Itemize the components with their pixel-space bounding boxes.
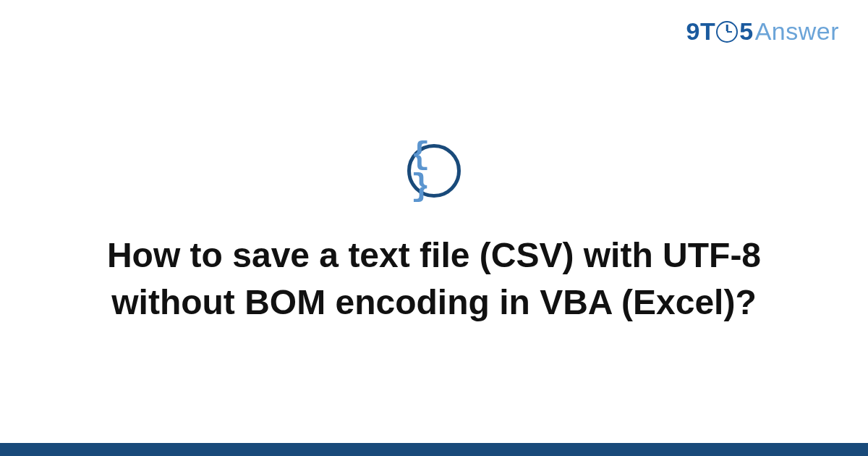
main-content: { } How to save a text file (CSV) with U… (0, 0, 868, 456)
code-braces-icon: { } (407, 144, 461, 198)
question-title: How to save a text file (CSV) with UTF-8… (80, 232, 788, 326)
footer-accent-bar (0, 443, 868, 456)
brace-glyph: { } (411, 139, 457, 203)
